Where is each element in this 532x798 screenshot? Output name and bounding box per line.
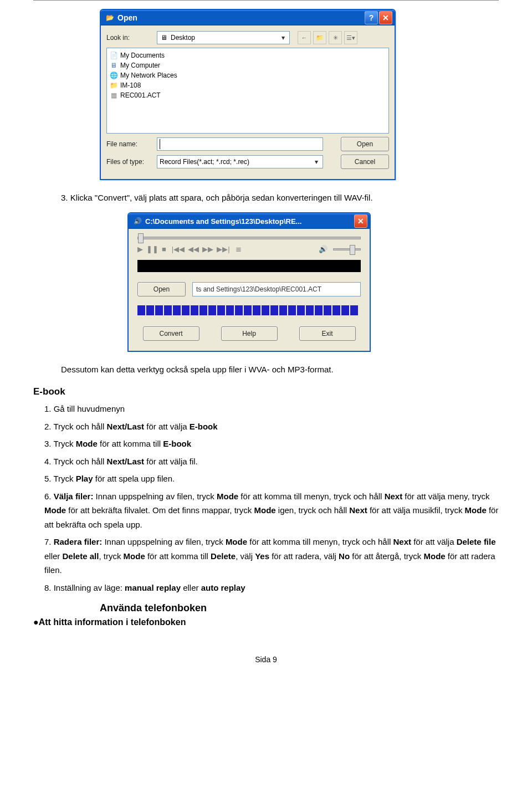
top-divider <box>33 0 499 1</box>
list-item-8: 8. Inställning av läge: manual replay el… <box>44 581 499 595</box>
progress-bar <box>137 305 361 315</box>
lookin-value: Desktop <box>171 34 195 42</box>
filetype-combo[interactable]: Record Files(*.act; *.rcd; *.rec) ▾ <box>157 155 323 168</box>
back-icon[interactable]: ← <box>298 31 311 44</box>
next-track-icon[interactable]: ▶▶| <box>217 245 229 253</box>
up-folder-icon[interactable]: 📁 <box>313 31 326 44</box>
media-controls: ▶ ❚❚ ■ |◀◀ ◀◀ ▶▶ ▶▶| ≣ 🔊 <box>137 245 361 253</box>
player-dialog-screenshot: 🔊 C:\Documents and Settings\123\Desktop\… <box>127 212 371 352</box>
volume-slider[interactable] <box>333 248 361 250</box>
play-icon[interactable]: ▶ <box>137 245 143 253</box>
convert-button[interactable]: Convert <box>143 326 200 341</box>
list-item-2: 2. Tryck och håll Next/Last för att välj… <box>44 420 499 434</box>
telefonbok-heading: Använda telefonboken <box>100 602 499 614</box>
rewind-icon[interactable]: ◀◀ <box>188 245 199 253</box>
filename-label: File name: <box>106 140 154 148</box>
text-cursor <box>160 139 160 149</box>
network-icon: 🌐 <box>109 71 118 80</box>
open-dialog-screenshot: 📂 Open ? ✕ Look in: 🖥 Desktop ▾ <box>100 9 499 180</box>
list-item-4: 4. Tryck och håll Next/Last för att välj… <box>44 454 499 469</box>
close-button[interactable]: ✕ <box>379 11 392 24</box>
exit-button[interactable]: Exit <box>299 326 356 341</box>
computer-icon: 🖥 <box>109 61 118 70</box>
display-panel <box>137 260 361 272</box>
chevron-down-icon: ▾ <box>279 34 287 42</box>
folder-icon: 📁 <box>109 81 118 90</box>
list-item[interactable]: ▦REC001.ACT <box>109 90 386 100</box>
docs-icon: 📄 <box>109 51 118 60</box>
forward-icon[interactable]: ▶▶ <box>202 245 213 253</box>
filename-input[interactable] <box>157 137 323 151</box>
view-menu-icon[interactable]: ☰▾ <box>344 31 357 44</box>
telefonbok-bullet: ●Att hitta information i telefonboken <box>33 617 499 627</box>
playlist-icon[interactable]: ≣ <box>236 245 242 253</box>
desktop-icon: 🖥 <box>160 33 168 42</box>
dialog-titlebar: 📂 Open ? ✕ <box>101 10 395 25</box>
position-slider[interactable] <box>137 237 361 239</box>
player-app-icon: 🔊 <box>133 217 142 226</box>
file-list[interactable]: 📄My Documents 🖥My Computer 🌐My Network P… <box>106 48 389 134</box>
list-item-5: 5. Tryck Play för att spela upp filen. <box>44 472 499 486</box>
prev-track-icon[interactable]: |◀◀ <box>172 245 185 253</box>
after-player-text: Dessutom kan detta verktyg också spela u… <box>61 363 499 376</box>
list-item[interactable]: 📁IM-108 <box>109 80 386 90</box>
file-icon: ▦ <box>109 91 118 100</box>
app-icon: 📂 <box>105 13 114 22</box>
open-button[interactable]: Open <box>341 137 389 151</box>
volume-icon[interactable]: 🔊 <box>319 245 328 253</box>
filetype-label: Files of type: <box>106 158 154 166</box>
dialog-title: Open <box>117 13 137 22</box>
ebook-heading: E-book <box>33 386 499 397</box>
list-item-7: 7. Radera filer: Innan uppspelning av fi… <box>44 535 499 577</box>
lookin-label: Look in: <box>106 34 154 42</box>
list-item-3: 3. Tryck Mode för att komma till E-book <box>44 437 499 451</box>
list-item-1: 1. Gå till huvudmenyn <box>44 402 499 416</box>
list-item-6: 6. Välja filer: Innan uppspelning av fil… <box>44 489 499 532</box>
pause-icon[interactable]: ❚❚ <box>146 245 158 253</box>
stop-icon[interactable]: ■ <box>162 245 166 253</box>
path-field[interactable]: ts and Settings\123\Desktop\REC001.ACT <box>192 282 361 296</box>
list-item[interactable]: 🖥My Computer <box>109 60 386 70</box>
help-button[interactable]: Help <box>221 326 278 341</box>
close-button[interactable]: ✕ <box>354 214 367 228</box>
list-item[interactable]: 📄My Documents <box>109 50 386 60</box>
page-footer: Sida 9 <box>33 655 499 664</box>
chevron-down-icon: ▾ <box>312 158 320 166</box>
step-3-text: 3. Klicka "Convert", välj plats att spar… <box>61 191 499 204</box>
player-titlebar: 🔊 C:\Documents and Settings\123\Desktop\… <box>129 213 370 229</box>
player-title: C:\Documents and Settings\123\Desktop\RE… <box>145 217 301 226</box>
new-folder-icon[interactable]: ✳ <box>329 31 342 44</box>
filetype-value: Record Files(*.act; *.rcd; *.rec) <box>160 158 249 166</box>
list-item[interactable]: 🌐My Network Places <box>109 70 386 80</box>
help-button[interactable]: ? <box>365 11 378 24</box>
cancel-button[interactable]: Cancel <box>341 155 389 169</box>
lookin-combo[interactable]: 🖥 Desktop ▾ <box>157 31 290 44</box>
player-open-button[interactable]: Open <box>137 282 186 296</box>
